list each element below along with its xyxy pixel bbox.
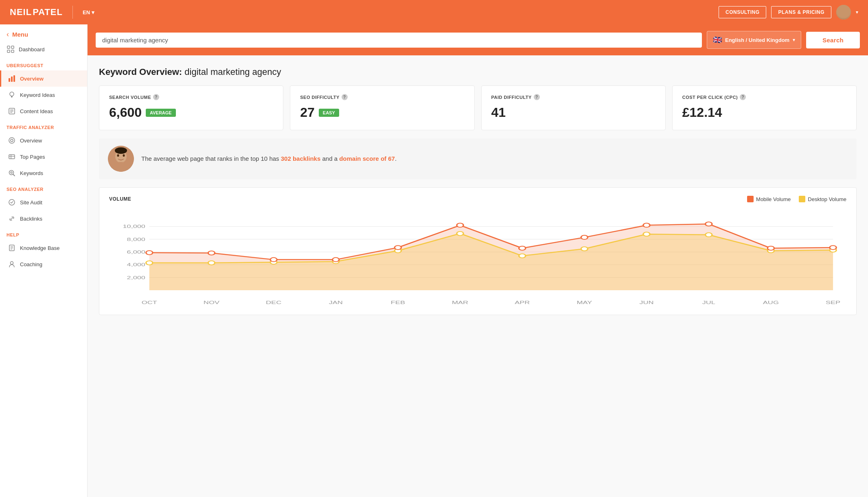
- domain-score-link[interactable]: domain score of 67: [339, 155, 395, 162]
- backlinks-label: Backlinks: [20, 216, 42, 222]
- search-input-wrap[interactable]: [96, 33, 702, 48]
- sidebar-item-coaching[interactable]: Coaching: [0, 256, 87, 272]
- sidebar-top: ‹ Menu: [0, 24, 87, 41]
- svg-rect-2: [7, 50, 10, 53]
- page-title: Keyword Overview: digital marketing agen…: [99, 67, 857, 77]
- sidebar-item-content-ideas[interactable]: Content Ideas: [0, 103, 87, 119]
- svg-point-73: [333, 258, 339, 262]
- flag-icon: 🇬🇧: [713, 35, 722, 44]
- cpc-value: £12.14: [682, 105, 846, 120]
- seo-analyzer-section-label: SEO ANALYZER: [0, 181, 87, 194]
- svg-rect-6: [13, 75, 15, 82]
- svg-text:APR: APR: [515, 300, 530, 305]
- sidebar-item-site-audit[interactable]: Site Audit: [0, 194, 87, 210]
- svg-point-81: [830, 245, 836, 250]
- search-button[interactable]: Search: [806, 32, 860, 48]
- chart-legend: Mobile Volume Desktop Volume: [747, 196, 846, 202]
- paid-difficulty-value: 41: [491, 105, 655, 120]
- content-ideas-label: Content Ideas: [20, 108, 53, 114]
- site-audit-icon: [8, 198, 16, 206]
- knowledge-base-label: Knowledge Base: [20, 245, 60, 251]
- top-pages-label: Top Pages: [20, 154, 45, 160]
- svg-text:DEC: DEC: [266, 300, 281, 305]
- svg-text:OCT: OCT: [142, 300, 157, 305]
- sidebar-item-dashboard[interactable]: Dashboard: [0, 41, 87, 57]
- sidebar-item-backlinks[interactable]: Backlinks: [0, 210, 87, 227]
- nav-divider: [72, 6, 73, 19]
- svg-point-14: [9, 138, 15, 143]
- svg-text:JUL: JUL: [702, 300, 715, 305]
- svg-text:10,000: 10,000: [123, 224, 145, 229]
- plans-pricing-button[interactable]: PLANS & PRICING: [771, 6, 831, 18]
- avatar-image: [836, 5, 851, 20]
- overview-icon: [8, 74, 16, 83]
- coaching-icon: [8, 260, 16, 268]
- svg-point-77: [581, 235, 587, 239]
- country-selector[interactable]: 🇬🇧 English / United Kingdom ▾: [707, 31, 801, 49]
- coaching-label: Coaching: [20, 261, 42, 267]
- sidebar-item-knowledge-base[interactable]: Knowledge Base: [0, 240, 87, 256]
- site-audit-label: Site Audit: [20, 199, 42, 206]
- svg-point-79: [706, 222, 712, 226]
- top-pages-icon: [8, 153, 16, 161]
- sidebar-item-keywords[interactable]: Keywords: [0, 165, 87, 181]
- logo-patel: PATEL: [33, 7, 63, 18]
- keyword-ideas-icon: [8, 91, 16, 99]
- desktop-swatch: [799, 196, 805, 202]
- search-input[interactable]: [102, 37, 695, 44]
- svg-text:MAR: MAR: [452, 300, 468, 305]
- sidebar-item-overview[interactable]: Overview: [0, 70, 87, 87]
- back-icon[interactable]: ‹: [7, 30, 9, 39]
- svg-point-66: [643, 232, 650, 236]
- avatar[interactable]: [836, 5, 851, 20]
- chevron-down-icon: ▾: [92, 9, 94, 15]
- ubersuggest-section-label: UBERSUGGEST: [0, 57, 87, 70]
- seo-difficulty-label: SEO DIFFICULTY ?: [300, 94, 464, 100]
- sidebar-item-keyword-ideas[interactable]: Keyword Ideas: [0, 87, 87, 103]
- svg-point-70: [146, 251, 153, 255]
- sidebar: ‹ Menu Dashboard UBERSUGGEST: [0, 24, 88, 497]
- svg-text:SEP: SEP: [826, 300, 840, 305]
- paid-difficulty-help-icon[interactable]: ?: [534, 94, 540, 100]
- menu-label: Menu: [12, 31, 28, 38]
- backlinks-link[interactable]: 302 backlinks: [281, 155, 321, 162]
- cpc-help-icon[interactable]: ?: [740, 94, 746, 100]
- consulting-button[interactable]: CONSULTING: [719, 6, 766, 18]
- mobile-swatch: [747, 196, 754, 202]
- svg-text:MAY: MAY: [576, 300, 592, 305]
- metric-card-search-volume: SEARCH VOLUME ? 6,600 AVERAGE: [99, 85, 283, 130]
- logo[interactable]: NEIL PATEL: [10, 7, 63, 18]
- svg-line-21: [13, 174, 15, 176]
- chart-header: VOLUME Mobile Volume Desktop Volume: [109, 196, 846, 202]
- svg-point-71: [208, 251, 215, 255]
- svg-text:JUN: JUN: [639, 300, 653, 305]
- chart-title: VOLUME: [109, 196, 131, 202]
- metrics-row: SEARCH VOLUME ? 6,600 AVERAGE SEO DIFFIC…: [99, 85, 857, 130]
- svg-text:FEB: FEB: [391, 300, 405, 305]
- svg-point-78: [643, 223, 650, 227]
- sidebar-item-ta-overview[interactable]: Overview: [0, 132, 87, 149]
- lang-selector[interactable]: EN ▾: [83, 9, 94, 15]
- svg-text:AUG: AUG: [763, 300, 779, 305]
- svg-point-65: [581, 247, 587, 251]
- dashboard-icon: [7, 45, 15, 53]
- search-bar: 🇬🇧 English / United Kingdom ▾ Search: [88, 24, 868, 55]
- sidebar-item-top-pages[interactable]: Top Pages: [0, 149, 87, 165]
- help-section-label: HELP: [0, 227, 87, 240]
- traffic-analyzer-section-label: TRAFFIC ANALYZER: [0, 119, 87, 132]
- svg-text:6,000: 6,000: [127, 250, 145, 254]
- avatar-image: [108, 146, 134, 172]
- insight-text: The average web page that ranks in the t…: [141, 154, 397, 164]
- page-content: Keyword Overview: digital marketing agen…: [88, 55, 868, 315]
- svg-text:JAN: JAN: [329, 300, 343, 305]
- seo-difficulty-help-icon[interactable]: ?: [342, 94, 348, 100]
- svg-point-32: [123, 154, 125, 157]
- seo-difficulty-badge: EASY: [319, 109, 339, 117]
- overview-label: Overview: [20, 76, 44, 82]
- ta-overview-label: Overview: [20, 138, 42, 144]
- svg-point-72: [270, 258, 277, 262]
- search-volume-value: 6,600 AVERAGE: [109, 105, 273, 120]
- svg-point-59: [208, 261, 215, 265]
- country-text: English / United Kingdom: [725, 37, 789, 43]
- search-volume-help-icon[interactable]: ?: [153, 94, 159, 100]
